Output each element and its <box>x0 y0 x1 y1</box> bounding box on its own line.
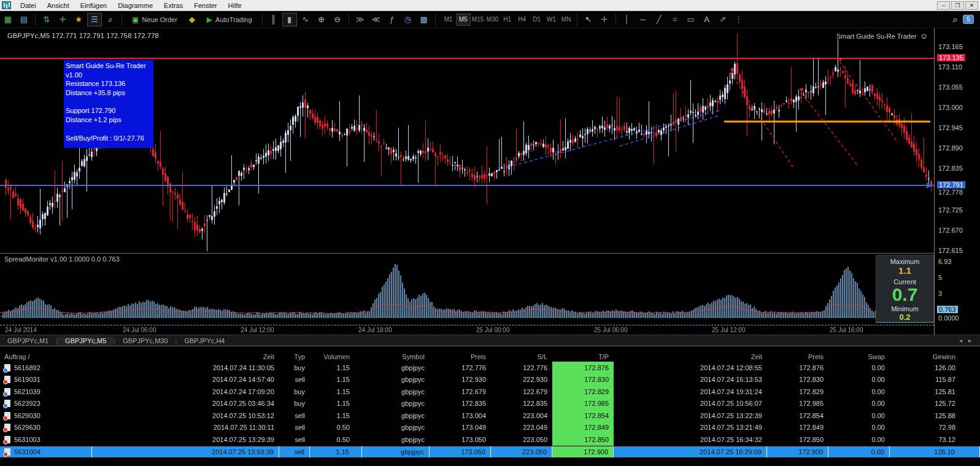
chart-tab-1[interactable]: GBPJPYc,M5 <box>58 336 114 345</box>
period-button-m1[interactable]: M1 <box>441 14 456 26</box>
chart-tab-0[interactable]: GBPJPYc,M1 <box>0 336 56 345</box>
market-watch-icon[interactable]: ☰ <box>87 13 102 26</box>
menu-datei[interactable]: Datei <box>15 1 42 10</box>
price-tag-blue: 172.791 <box>937 181 965 188</box>
channel-tool-icon[interactable]: ▭ <box>684 13 698 26</box>
time-axis[interactable]: 24 Jul 201424 Jul 06:0024 Jul 12:0024 Ju… <box>0 325 934 335</box>
menu-ansicht[interactable]: Ansicht <box>42 1 75 10</box>
time-axis-label: 25 Jul 00:00 <box>476 327 510 333</box>
axis-tick-label: 172.890 <box>938 144 963 152</box>
period-button-w1[interactable]: W1 <box>544 14 559 26</box>
menu-extras[interactable]: Extras <box>158 1 188 10</box>
menu-hilfe[interactable]: Hilfe <box>223 1 247 10</box>
column-header-4[interactable]: Symbol <box>362 352 430 361</box>
column-header-10[interactable]: Swap <box>828 352 890 361</box>
column-header-0[interactable]: Auftrag / <box>0 352 92 361</box>
trendline-tool-icon[interactable]: ╱ <box>652 13 666 26</box>
table-row[interactable]: 56290302014.07.25 10:53:12sell1.15gbpjpy… <box>0 410 980 422</box>
table-cell: 1.15 <box>310 374 362 386</box>
horizontal-line-tool-icon[interactable]: ─ <box>636 13 650 26</box>
chart-shift-icon[interactable]: ≪ <box>369 13 384 26</box>
tile-windows-icon[interactable]: ▩ <box>417 13 431 26</box>
column-header-6[interactable]: S/L <box>491 352 552 361</box>
table-row[interactable]: 56190312014.07.24 14:57:40sell1.15gbpjpy… <box>0 374 980 386</box>
table-cell: 172.854 <box>767 410 828 422</box>
close-button[interactable]: ✕ <box>965 1 978 10</box>
arrows-tool-icon[interactable]: ⇗ <box>716 13 730 26</box>
auto-scroll-icon[interactable]: ≫ <box>353 13 368 26</box>
tabs-scroll-left[interactable]: ◂ <box>959 337 962 344</box>
table-row[interactable]: 56296302014.07.25 11:30:11sell0.50gbpjpy… <box>0 422 980 434</box>
candlestick-mode-icon[interactable]: ▮ <box>282 13 297 26</box>
price-tag-lblue: 0.763 <box>937 306 958 313</box>
table-cell: 172.835 <box>430 398 491 410</box>
bar-chart-mode-icon[interactable]: ║ <box>266 13 281 26</box>
cursor-tool-icon[interactable]: ↖ <box>581 13 596 26</box>
column-header-2[interactable]: Typ <box>279 352 310 361</box>
autotrading-button[interactable]: ▶AutoTrading <box>201 13 258 26</box>
table-row[interactable]: 56168922014.07.24 11:30:05buy1.15gbpjpyc… <box>0 362 980 374</box>
table-row-selected[interactable]: 56310042014.07.25 13:59:39sell1.15gbpjpy… <box>0 446 980 457</box>
fibonacci-tool-icon[interactable]: ⌗ <box>668 13 682 26</box>
crosshair-tool-icon[interactable]: ✛ <box>55 13 70 26</box>
objects-list-icon[interactable]: ⋮ <box>731 13 746 26</box>
toolbar-separator <box>35 14 36 26</box>
period-button-d1[interactable]: D1 <box>530 14 544 26</box>
column-header-9[interactable]: Preis <box>767 352 828 361</box>
table-cell: buy <box>279 386 310 398</box>
profiles-icon[interactable]: ▤ <box>17 13 31 26</box>
column-header-1[interactable]: Zeit <box>92 352 279 361</box>
period-button-m30[interactable]: M30 <box>485 14 500 26</box>
period-button-h4[interactable]: H4 <box>515 14 530 26</box>
notifications-badge[interactable]: 5 <box>963 15 974 24</box>
menu-fenster[interactable]: Fenster <box>188 1 222 10</box>
expert-advisors-icon[interactable]: ◆ <box>185 13 199 26</box>
new-order-button[interactable]: ▣Neue Order <box>126 13 183 26</box>
price-axis[interactable]: 173.165173.135173.110173.055173.000172.9… <box>934 28 980 335</box>
tp-cell: 172.849 <box>552 422 614 434</box>
column-header-7[interactable]: T/P <box>552 352 614 361</box>
tp-cell: 172.854 <box>552 410 614 422</box>
table-cell: 172.850 <box>767 433 828 446</box>
restore-button[interactable]: ❐ <box>951 1 964 10</box>
table-cell: 2014.07.24 12:08:55 <box>614 362 767 374</box>
period-button-m15[interactable]: M15 <box>471 14 485 26</box>
table-cell: 5631004 <box>0 446 92 457</box>
menu-einfgen[interactable]: Einfügen <box>75 1 112 10</box>
axis-tick-label: 3 <box>938 290 942 297</box>
new-chart-icon[interactable]: ▦ <box>1 13 15 26</box>
period-button-h1[interactable]: H1 <box>500 14 515 26</box>
chart-tab-3[interactable]: GBPJPYc,H4 <box>177 336 232 345</box>
vertical-line-tool-icon[interactable]: │ <box>620 13 635 26</box>
data-window-icon[interactable]: ⌕ <box>103 13 118 26</box>
text-tool-icon[interactable]: A <box>700 13 714 26</box>
subwindow-divider[interactable] <box>0 253 980 254</box>
crosshair-icon[interactable]: ✛ <box>597 13 612 26</box>
indicators-list-icon[interactable]: ƒ <box>385 13 399 26</box>
zoom-out-icon[interactable]: ⊖ <box>330 13 345 26</box>
table-cell: 172.985 <box>767 398 828 410</box>
column-header-11[interactable]: Gewinn <box>890 352 980 361</box>
table-cell: sell <box>279 422 310 434</box>
column-header-3[interactable]: Volumen <box>310 352 362 361</box>
search-icon[interactable]: ⌕ <box>953 14 958 25</box>
tick-chart-icon[interactable]: ⇅ <box>39 13 54 26</box>
chart-tab-2[interactable]: GBPJPYc,M30 <box>115 336 175 345</box>
table-row[interactable]: 56310032014.07.25 13:29:39sell0.50gbpjpy… <box>0 433 980 446</box>
tabs-scroll-right[interactable]: ▸ <box>968 337 971 344</box>
clock-icon[interactable]: ◷ <box>401 13 415 26</box>
table-row[interactable]: 56239232014.07.25 03:46:34buy1.15gbpjpyc… <box>0 398 980 410</box>
table-row[interactable]: 56210392014.07.24 17:09:20buy1.15gbpjpyc… <box>0 386 980 398</box>
order-number: 5631003 <box>14 436 41 443</box>
column-header-8[interactable]: Zeit <box>614 352 767 361</box>
menu-diagramme[interactable]: Diagramme <box>112 1 158 10</box>
favorites-folder-icon[interactable]: ★ <box>71 13 86 26</box>
period-button-m5[interactable]: M5 <box>456 14 471 26</box>
table-cell: 2014.07.25 13:21:49 <box>614 422 767 434</box>
column-header-5[interactable]: Preis <box>430 352 491 361</box>
minimize-button[interactable]: – <box>937 1 950 10</box>
table-header-row[interactable]: Auftrag /ZeitTypVolumenSymbolPreisS/LT/P… <box>0 352 980 361</box>
zoom-in-icon[interactable]: ⊕ <box>314 13 329 26</box>
period-button-mn[interactable]: MN <box>559 14 574 26</box>
line-chart-mode-icon[interactable]: ∿ <box>298 13 313 26</box>
